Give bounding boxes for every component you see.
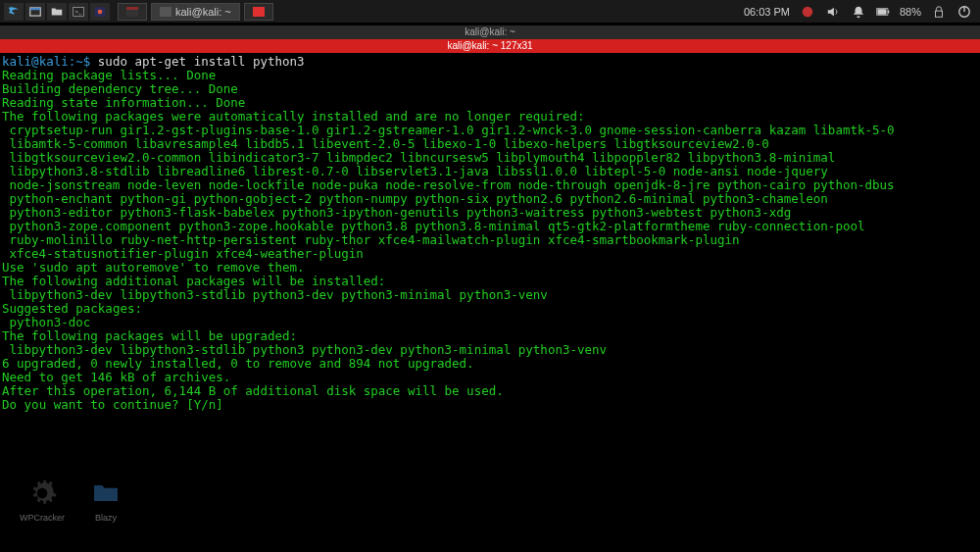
svg-point-6 bbox=[803, 6, 813, 17]
output-line: python3-doc bbox=[2, 316, 978, 329]
output-line: Use 'sudo apt autoremove' to remove them… bbox=[2, 261, 978, 275]
task-thumb-icon bbox=[126, 7, 138, 17]
task-button-3[interactable] bbox=[244, 3, 273, 21]
output-line: libpython3-dev libpython3-stdlib python3… bbox=[2, 343, 978, 357]
output-line: node-jsonstream node-leven node-lockfile… bbox=[2, 178, 978, 192]
desktop-item-label: Blazy bbox=[95, 513, 117, 523]
desktop-item-label: WPCracker bbox=[20, 513, 65, 523]
battery-icon[interactable] bbox=[876, 4, 890, 20]
svg-rect-10 bbox=[936, 11, 943, 17]
output-line: The following additional packages will b… bbox=[2, 275, 978, 288]
terminal-window: kali@kali: ~ kali@kali: ~ 127x31 kali@ka… bbox=[0, 25, 980, 414]
output-line: Need to get 146 kB of archives. bbox=[2, 371, 978, 384]
record-icon[interactable] bbox=[800, 4, 815, 20]
output-line: ruby-molinillo ruby-net-http-persistent … bbox=[2, 233, 978, 247]
task-label: kali@kali: ~ bbox=[175, 6, 231, 18]
task-button-1[interactable] bbox=[118, 3, 147, 21]
task-thumb-icon bbox=[253, 7, 265, 17]
lock-icon[interactable] bbox=[931, 4, 947, 20]
output-line: Reading state information... Done bbox=[2, 96, 978, 110]
output-line: libpython3.8-stdlib libreadline6 librest… bbox=[2, 165, 978, 178]
task-thumb-icon bbox=[160, 7, 172, 17]
notifications-icon[interactable] bbox=[851, 4, 866, 20]
prompt-user: kali@kali bbox=[2, 54, 69, 69]
output-line: After this operation, 6,144 B of additio… bbox=[2, 384, 978, 398]
desktop-item-wpcracker[interactable]: WPCracker bbox=[20, 476, 65, 523]
output-line: The following packages will be upgraded: bbox=[2, 329, 978, 343]
output-line: cryptsetup-run gir1.2-gst-plugins-base-1… bbox=[2, 124, 978, 137]
gear-icon bbox=[24, 476, 60, 511]
terminal-launcher-button[interactable]: >_ bbox=[69, 3, 88, 21]
power-icon[interactable] bbox=[956, 4, 972, 20]
volume-icon[interactable] bbox=[825, 4, 841, 20]
app-launcher-button[interactable] bbox=[90, 3, 110, 21]
output-line: python-enchant python-gi python-gobject-… bbox=[2, 192, 978, 206]
system-tray: 06:03 PM 88% bbox=[744, 4, 980, 20]
terminal-body[interactable]: kali@kali:~$ sudo apt-get install python… bbox=[0, 53, 980, 414]
top-panel: >_ kali@kali: ~ 06:03 PM bbox=[0, 0, 980, 24]
folder-icon bbox=[88, 476, 123, 511]
output-line: Suggested packages: bbox=[2, 302, 978, 316]
prompt-path: :~$ bbox=[69, 54, 91, 69]
clock[interactable]: 06:03 PM bbox=[744, 6, 790, 18]
output-line: libgtksourceview2.0-common libindicator3… bbox=[2, 151, 978, 165]
show-desktop-button[interactable] bbox=[25, 3, 45, 21]
kali-menu-button[interactable] bbox=[4, 3, 24, 21]
command-text: sudo apt-get install python3 bbox=[90, 54, 304, 69]
task-button-terminal[interactable]: kali@kali: ~ bbox=[151, 3, 240, 21]
desktop-item-blazy[interactable]: Blazy bbox=[88, 476, 123, 523]
terminal-tab[interactable]: kali@kali: ~ 127x31 bbox=[0, 39, 980, 53]
output-line: libpython3-dev libpython3-stdlib python3… bbox=[2, 288, 978, 302]
launcher-area: >_ kali@kali: ~ bbox=[0, 3, 273, 21]
output-line: xfce4-statusnotifier-plugin xfce4-weathe… bbox=[2, 247, 978, 261]
output-line: 6 upgraded, 0 newly installed, 0 to remo… bbox=[2, 357, 978, 371]
battery-percent: 88% bbox=[900, 6, 921, 18]
output-line: python3-editor python3-flask-babelex pyt… bbox=[2, 206, 978, 220]
output-line: The following packages were automaticall… bbox=[2, 110, 978, 124]
svg-rect-8 bbox=[888, 10, 889, 13]
svg-text:>_: >_ bbox=[75, 8, 82, 14]
svg-rect-1 bbox=[30, 7, 41, 9]
svg-point-5 bbox=[98, 9, 103, 14]
output-line: Do you want to continue? [Y/n] bbox=[2, 398, 978, 412]
output-line: libamtk-5-common libavresample4 libdb5.1… bbox=[2, 137, 978, 151]
taskbar: kali@kali: ~ bbox=[118, 3, 273, 21]
terminal-title-bar[interactable]: kali@kali: ~ bbox=[0, 25, 980, 39]
desktop-icons: WPCracker Blazy bbox=[20, 476, 123, 523]
svg-rect-9 bbox=[877, 9, 886, 15]
output-line: Reading package lists... Done bbox=[2, 69, 978, 82]
file-manager-button[interactable] bbox=[47, 3, 67, 21]
output-line: Building dependency tree... Done bbox=[2, 82, 978, 96]
output-line: python3-zope.component python3-zope.hook… bbox=[2, 220, 978, 233]
